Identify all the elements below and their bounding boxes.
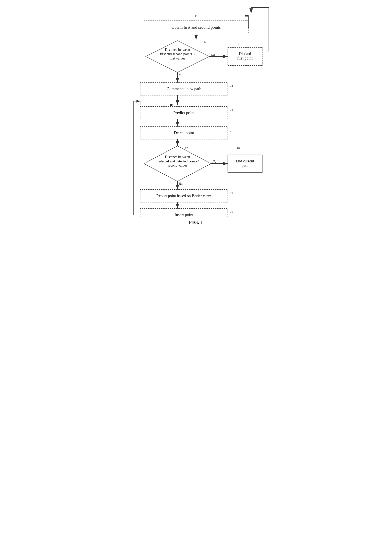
ref-13: 13 <box>237 42 240 45</box>
box-19-label: Report point based on Bezier curve <box>156 194 212 198</box>
fig-caption: FIG. 1 <box>123 219 269 226</box>
box-13-line2: first point <box>237 56 252 60</box>
loop-back-arrow <box>134 101 140 215</box>
ref-17: 17 <box>185 146 188 150</box>
ref-12: 12 <box>203 40 206 44</box>
ref-20: 20 <box>230 210 233 213</box>
box-20-label: Insert point <box>175 212 193 217</box>
box-18-line1: End current <box>236 159 254 163</box>
ref-19: 19 <box>230 191 233 195</box>
yes-label-12: Yes <box>178 73 183 76</box>
box-14-label: Commence new path <box>167 86 201 91</box>
ref-16: 16 <box>230 130 233 134</box>
ref-11: 11 <box>194 15 198 18</box>
diamond-12-line1: Distance between <box>165 48 190 52</box>
yes-label-17: Yes <box>178 182 183 185</box>
diamond-17-line2: predicted and detected points< <box>156 159 199 163</box>
box-18-line2: path <box>242 163 248 168</box>
diamond-17-line1: Distance between <box>165 155 190 159</box>
no-label-12: No <box>211 53 215 57</box>
ref-15: 15 <box>230 108 233 111</box>
box-11-label: Obtain first and second points <box>171 25 221 30</box>
ref-18: 18 <box>237 146 239 150</box>
box-15-label: Predict point <box>173 110 194 115</box>
page: 11 Obtain first and second points 12 Dis… <box>119 4 273 237</box>
box-16-label: Detect point <box>174 130 194 135</box>
diamond-12-line3: first value? <box>169 56 185 60</box>
diamond-12-line2: first and second points < <box>160 52 195 56</box>
flowchart-svg: 11 Obtain first and second points 12 Dis… <box>123 12 269 217</box>
box-13-line1: Discard <box>239 51 251 56</box>
ref-14: 14 <box>230 84 233 87</box>
diamond-17-line3: second value? <box>167 163 187 167</box>
no-label-17: No <box>212 160 216 163</box>
